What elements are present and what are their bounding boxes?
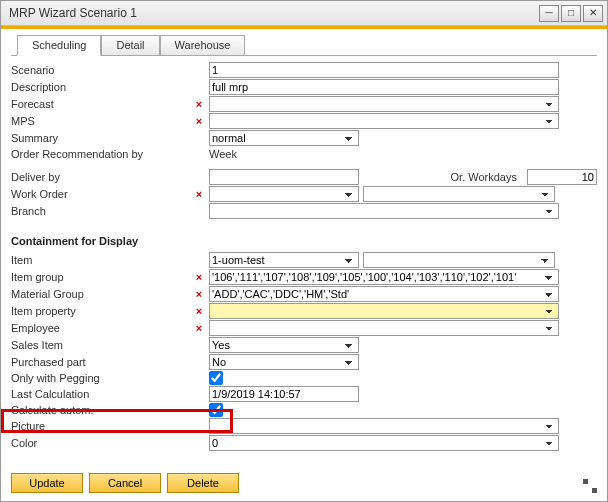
material-group-select[interactable] [209,286,559,302]
sales-item-select[interactable] [209,337,359,353]
clear-icon[interactable]: × [196,271,202,283]
order-rec-by-value: Week [209,148,237,160]
label-forecast: Forecast [11,97,189,111]
label-order-rec-by: Order Recommendation by [11,147,189,161]
maximize-button[interactable]: □ [561,5,581,22]
clear-icon[interactable]: × [196,115,202,127]
tab-detail[interactable]: Detail [101,35,159,55]
button-bar: Update Cancel Delete [11,473,239,493]
minimize-button[interactable]: ─ [539,5,559,22]
delete-button[interactable]: Delete [167,473,239,493]
label-purchased-part: Purchased part [11,355,189,369]
forecast-select[interactable] [209,96,559,112]
label-scenario: Scenario [11,63,189,77]
last-calculation-field[interactable] [209,386,359,402]
label-sales-item: Sales Item [11,338,189,352]
label-employee: Employee [11,321,189,335]
label-work-order: Work Order [11,187,189,201]
summary-select[interactable] [209,130,359,146]
label-material-group: Material Group [11,287,189,301]
label-only-with-pegging: Only with Pegging [11,371,189,385]
item-extra-select[interactable] [363,252,555,268]
label-color: Color [11,436,189,450]
tab-scheduling[interactable]: Scheduling [17,35,101,56]
label-mps: MPS [11,114,189,128]
item-property-select[interactable] [209,303,559,319]
employee-select[interactable] [209,320,559,336]
label-item-group: Item group [11,270,189,284]
clear-icon[interactable]: × [196,288,202,300]
item-select[interactable] [209,252,359,268]
close-button[interactable]: ✕ [583,5,603,22]
label-branch: Branch [11,204,189,218]
branch-select[interactable] [209,203,559,219]
section-containment: Containment for Display [11,227,597,251]
color-select[interactable] [209,435,559,451]
purchased-part-select[interactable] [209,354,359,370]
clear-icon[interactable]: × [196,98,202,110]
work-order-extra-select[interactable] [363,186,555,202]
clear-icon[interactable]: × [196,322,202,334]
tab-bar: Scheduling Detail Warehouse [11,35,597,55]
tab-warehouse[interactable]: Warehouse [160,35,246,55]
label-last-calculation: Last Calculation [11,387,189,401]
clear-icon[interactable]: × [196,305,202,317]
calculate-autom-checkbox[interactable] [209,403,223,417]
clear-icon[interactable]: × [196,188,202,200]
scenario-field[interactable] [209,62,559,78]
picture-select[interactable] [209,418,559,434]
mrp-wizard-window: MRP Wizard Scenario 1 ─ □ ✕ Scheduling D… [0,0,608,502]
label-picture: Picture [11,419,189,433]
item-group-select[interactable] [209,269,559,285]
only-with-pegging-checkbox[interactable] [209,371,223,385]
or-workdays-field[interactable] [527,169,597,185]
update-button[interactable]: Update [11,473,83,493]
mps-select[interactable] [209,113,559,129]
deliver-by-field[interactable] [209,169,359,185]
titlebar: MRP Wizard Scenario 1 ─ □ ✕ [1,1,607,26]
description-field[interactable] [209,79,559,95]
label-or-workdays: Or. Workdays [451,171,517,183]
label-item: Item [11,253,189,267]
expand-icon[interactable] [583,479,597,493]
label-calculate-autom: Calculate autom. [11,403,189,417]
work-order-select[interactable] [209,186,359,202]
label-summary: Summary [11,131,189,145]
label-deliver-by: Deliver by [11,170,189,184]
label-description: Description [11,80,189,94]
label-item-property: Item property [11,304,189,318]
window-title: MRP Wizard Scenario 1 [9,6,537,20]
cancel-button[interactable]: Cancel [89,473,161,493]
